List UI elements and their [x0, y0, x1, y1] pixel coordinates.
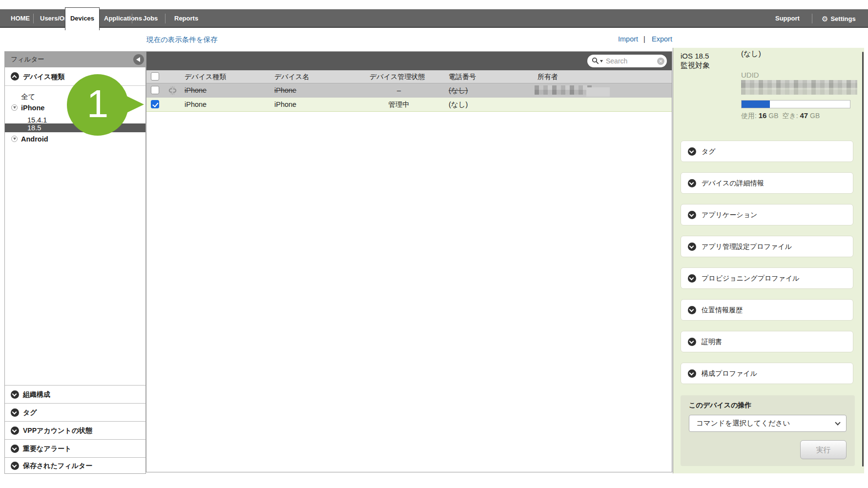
nav-item-jobs[interactable]: Jobs — [143, 9, 158, 28]
accordion-certificates[interactable]: 証明書 — [681, 331, 853, 352]
accordion-label: 構成プロファイル — [702, 363, 757, 384]
nav-separator — [33, 14, 34, 23]
section-label: 保存されたフィルター — [23, 458, 92, 474]
accordion-provisioning-profiles[interactable]: プロビジョニングプロファイル — [681, 267, 853, 289]
table-row-removed-device[interactable]: iPhone iPhone – (なし) — [146, 83, 672, 98]
accordion-label: アプリ管理設定プロファイル — [702, 236, 792, 257]
nav-separator — [812, 14, 812, 23]
search-icon — [592, 57, 599, 65]
nav-tab-devices-active[interactable]: Devices — [65, 7, 100, 30]
col-phone-number[interactable]: 電話番号 — [449, 70, 476, 83]
accordion-tags[interactable]: タグ — [681, 141, 853, 162]
filter-sections: 組織構成 タグ VPPアカウントの状態 重要なアラート 保存されたフィルター — [5, 385, 145, 473]
col-mgmt-status[interactable]: デバイス管理状態 — [370, 70, 425, 83]
search-input[interactable] — [606, 56, 649, 66]
storage-bar-fill — [742, 101, 770, 108]
accordion-app-config-profiles[interactable]: アプリ管理設定プロファイル — [681, 236, 853, 257]
filter-item-all[interactable]: 全て — [5, 91, 145, 102]
top-nav: HOME Users/Org Applications Jobs Reports… — [0, 9, 868, 28]
section-important-alerts[interactable]: 重要なアラート — [5, 439, 145, 457]
chevron-up-circle-icon — [11, 72, 19, 81]
settings-label: Settings — [830, 15, 855, 22]
chevron-down-circle-icon — [688, 306, 696, 314]
search-box[interactable]: ✕ — [587, 55, 667, 67]
device-type-section-label: デバイス種類 — [23, 67, 64, 86]
nav-item-applications[interactable]: Applications — [104, 9, 142, 28]
col-device-type[interactable]: デバイス種類 — [185, 70, 226, 83]
search-clear-icon[interactable]: ✕ — [657, 58, 664, 65]
chevron-down-circle-icon — [11, 462, 19, 470]
col-device-name[interactable]: デバイス名 — [274, 70, 309, 83]
accordion-applications[interactable]: アプリケーション — [681, 204, 853, 225]
panel-scrollbar[interactable] — [862, 52, 864, 467]
free-value: 47 — [800, 111, 808, 120]
section-device-type[interactable]: デバイス種類 — [5, 67, 145, 86]
filter-item-iphone[interactable]: iPhone — [5, 102, 145, 113]
used-label: 使用: — [741, 112, 757, 120]
section-saved-filters[interactable]: 保存されたフィルター — [5, 457, 145, 473]
accordion-device-details[interactable]: デバイスの詳細情報 — [681, 172, 853, 194]
section-org-structure[interactable]: 組織構成 — [5, 385, 145, 403]
execute-button[interactable]: 実行 — [800, 440, 847, 459]
accordion-label: タグ — [702, 141, 716, 162]
import-link[interactable]: Import — [618, 35, 638, 43]
expand-toggle-icon[interactable] — [11, 104, 18, 111]
chevron-down-circle-icon — [11, 408, 19, 417]
cell-phone: (なし) — [449, 83, 468, 97]
expand-toggle-icon[interactable] — [11, 136, 18, 142]
filter-title: フィルター — [11, 52, 44, 67]
accordion-label: プロビジョニングプロファイル — [702, 268, 800, 289]
table-row-selected-device[interactable]: iPhone iPhone 管理中 (なし) — [146, 98, 672, 112]
table-header-row: デバイス種類 デバイス名 デバイス管理状態 電話番号 所有者 — [146, 70, 672, 83]
nav-item-home[interactable]: HOME — [11, 9, 30, 28]
section-label: タグ — [23, 404, 37, 422]
save-current-view-link[interactable]: 現在の表示条件を保存 — [146, 35, 218, 44]
cell-mgmt-status: – — [370, 83, 428, 97]
chevron-down-icon — [835, 420, 840, 425]
cell-phone: (なし) — [449, 98, 468, 111]
gear-icon: ⚙ — [822, 15, 828, 23]
filter-header: フィルター — [5, 52, 145, 67]
filter-item-android[interactable]: Android — [5, 134, 145, 144]
accordion-label: 証明書 — [702, 331, 722, 352]
section-tags[interactable]: タグ — [5, 403, 145, 421]
cell-device-name: iPhone — [274, 98, 296, 111]
chevron-down-circle-icon — [11, 445, 19, 453]
chevron-down-circle-icon — [11, 390, 19, 399]
used-value: 16 — [759, 111, 767, 120]
device-operations-box: このデバイスの操作 コマンドを選択してください 実行 — [681, 395, 855, 466]
accordion-config-profiles[interactable]: 構成プロファイル — [681, 363, 853, 384]
cell-device-type: iPhone — [185, 98, 207, 111]
row-checkbox-checked[interactable] — [151, 100, 159, 108]
broken-link-icon — [168, 86, 177, 95]
col-owner[interactable]: 所有者 — [537, 70, 558, 83]
export-link[interactable]: Export — [652, 35, 672, 43]
nav-item-settings[interactable]: ⚙Settings — [822, 9, 856, 28]
cell-owner-redacted-edge — [586, 87, 610, 97]
chevron-down-circle-icon — [688, 274, 696, 283]
accordion-label: デバイスの詳細情報 — [702, 173, 764, 194]
nav-item-support[interactable]: Support — [775, 9, 800, 28]
chevron-down-circle-icon — [688, 338, 696, 346]
section-vpp-account-status[interactable]: VPPアカウントの状態 — [5, 421, 145, 439]
row-checkbox[interactable] — [151, 86, 159, 94]
device-detail-panel: iOS 18.5 監視対象 (なし) UDID 使用: 16 GB 空き: 47… — [673, 48, 864, 473]
storage-bar — [741, 100, 850, 108]
unit-label: GB — [768, 112, 778, 120]
nav-item-reports[interactable]: Reports — [174, 9, 198, 28]
cell-mgmt-status: 管理中 — [370, 98, 428, 111]
free-label: 空き: — [782, 112, 798, 120]
cell-device-type: iPhone — [185, 83, 207, 97]
filter-item-ios-18-5-selected[interactable]: 18.5 — [5, 123, 145, 132]
select-all-checkbox[interactable] — [151, 72, 159, 81]
accordion-location-history[interactable]: 位置情報履歴 — [681, 299, 853, 321]
filter-sidebar: フィルター デバイス種類 全て iPhone 15.4.1 18.5 Andro… — [4, 51, 146, 474]
ownership-value: (なし) — [741, 49, 761, 59]
cell-device-name: iPhone — [274, 83, 296, 97]
iphone-label: iPhone — [21, 104, 44, 112]
search-scope-caret-icon[interactable] — [600, 60, 603, 62]
udid-label: UDID — [741, 71, 759, 79]
nav-separator — [165, 14, 165, 23]
command-select[interactable]: コマンドを選択してください — [689, 415, 847, 432]
sidebar-collapse-button[interactable] — [133, 54, 144, 65]
